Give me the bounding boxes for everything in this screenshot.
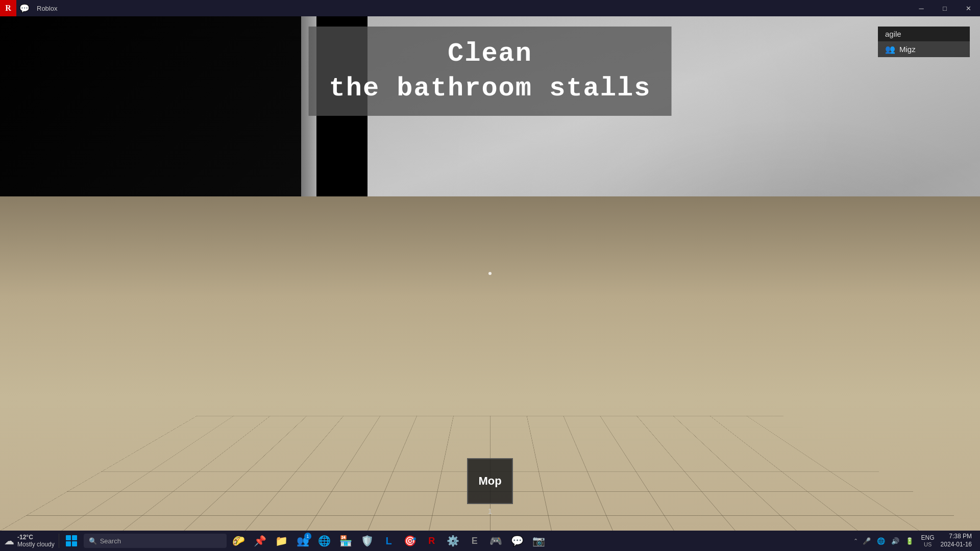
player-name: Migz xyxy=(899,45,916,54)
item-label: Mop xyxy=(478,474,501,488)
l-icon: L xyxy=(386,535,392,547)
titlebar: R 💬 Roblox ─ □ ✕ xyxy=(0,0,980,16)
search-icon: 🔍 xyxy=(89,537,97,545)
lang-region[interactable]: ENG US xyxy=(918,534,938,547)
steam-icon: 🎮 xyxy=(489,535,502,547)
taskbar-icon-files[interactable]: 📁 xyxy=(272,531,292,551)
weather-icon: ☁ xyxy=(4,535,14,547)
chat2-icon: 💬 xyxy=(511,535,524,547)
roblox-icon: R xyxy=(0,0,16,16)
chat-button[interactable]: 💬 xyxy=(16,0,33,16)
taskbar-icon-store[interactable]: 🏪 xyxy=(336,531,356,551)
weather-info: -12°C Mostly cloudy xyxy=(17,534,55,548)
taskbar-icon-chat[interactable]: 💬 xyxy=(507,531,528,551)
players-panel: agile 👥 Migz xyxy=(878,27,970,57)
weather-widget[interactable]: ☁ -12°C Mostly cloudy xyxy=(0,534,59,548)
store-icon: 🏪 xyxy=(339,535,352,547)
search-bar[interactable]: 🔍 Search xyxy=(84,534,227,548)
player-row: 👥 Migz xyxy=(878,41,970,57)
search-placeholder: Search xyxy=(100,537,121,545)
taskbar-icon-l[interactable]: L xyxy=(379,531,399,551)
food-icon: 🌮 xyxy=(232,535,245,547)
item-slot[interactable]: Mop xyxy=(467,458,513,504)
taskbar-icon-teams[interactable]: 👥 1 xyxy=(293,531,313,551)
taskbar-icon-epic[interactable]: E xyxy=(464,531,485,551)
teams-badge: 1 xyxy=(304,533,311,540)
app2-icon: R xyxy=(428,536,435,546)
taskbar: ☁ -12°C Mostly cloudy 🔍 Search 🌮 📌 📁 xyxy=(0,531,980,551)
taskbar-icon-photo[interactable]: 📷 xyxy=(529,531,549,551)
weather-desc: Mostly cloudy xyxy=(17,541,55,548)
taskbar-icon-steam[interactable]: 🎮 xyxy=(486,531,506,551)
game-viewport[interactable]: Clean the bathroom stalls agile 👥 Migz M… xyxy=(0,16,980,531)
player-icon: 👥 xyxy=(885,44,895,54)
security-icon: 🛡️ xyxy=(361,535,374,547)
settings-icon: ⚙️ xyxy=(447,535,459,547)
players-header: agile xyxy=(878,27,970,41)
start-button[interactable] xyxy=(59,531,84,551)
close-button[interactable]: ✕ xyxy=(957,0,980,16)
clock-time: 7:38 PM xyxy=(949,533,972,541)
epic-icon: E xyxy=(472,536,478,546)
chat-icon: 💬 xyxy=(19,4,30,13)
browser-icon: 🌐 xyxy=(318,535,331,547)
taskbar-icon-food[interactable]: 🌮 xyxy=(229,531,249,551)
taskbar-icon-app2[interactable]: R xyxy=(422,531,442,551)
battery-icon[interactable]: 🔋 xyxy=(904,537,915,545)
network-icon[interactable]: 🌐 xyxy=(875,537,887,545)
taskbar-icon-security[interactable]: 🛡️ xyxy=(357,531,378,551)
task-text: Clean the bathroom stalls xyxy=(329,37,651,106)
task-line1: Clean xyxy=(448,39,532,69)
photo-icon: 📷 xyxy=(532,535,545,547)
crosshair xyxy=(488,272,492,275)
task-line2: the bathroom stalls xyxy=(329,73,651,104)
weather-temp: -12°C xyxy=(17,534,55,541)
volume-icon[interactable]: 🔊 xyxy=(890,537,901,545)
window-title: Roblox xyxy=(33,5,910,12)
maximize-button[interactable]: □ xyxy=(933,0,957,16)
taskbar-icon-browser[interactable]: 🌐 xyxy=(314,531,335,551)
clock-date: 2024-01-16 xyxy=(941,541,972,549)
win-logo-q3 xyxy=(66,541,71,546)
taskbar-app-icons: 🌮 📌 📁 👥 1 🌐 🏪 🛡️ L xyxy=(229,531,549,551)
tray-expand-icon[interactable]: ⌃ xyxy=(853,538,858,544)
system-clock[interactable]: 7:38 PM 2024-01-16 xyxy=(941,533,976,548)
window-controls: ─ □ ✕ xyxy=(910,0,980,16)
win-logo-q2 xyxy=(72,535,77,540)
taskbar-icon-pin[interactable]: 📌 xyxy=(250,531,271,551)
lang-label: ENG xyxy=(921,534,935,541)
windows-logo xyxy=(66,535,77,546)
pin-icon: 📌 xyxy=(254,535,266,547)
roblox-logo: R xyxy=(5,4,11,13)
win-logo-q4 xyxy=(72,541,77,546)
game-scene: Clean the bathroom stalls agile 👥 Migz M… xyxy=(0,16,980,531)
task-overlay: Clean the bathroom stalls xyxy=(309,27,672,116)
app1-icon: 🎯 xyxy=(404,535,416,547)
item-bar: Mop 1 xyxy=(467,458,513,515)
taskbar-icon-app1[interactable]: 🎯 xyxy=(400,531,421,551)
taskbar-icon-settings[interactable]: ⚙️ xyxy=(443,531,463,551)
system-tray: ⌃ 🎤 🌐 🔊 🔋 ENG US 7:38 PM 2024-01-16 xyxy=(853,533,980,548)
win-logo-q1 xyxy=(66,535,71,540)
files-icon: 📁 xyxy=(275,535,288,547)
region-label: US xyxy=(924,541,932,547)
item-slot-number: 1 xyxy=(488,507,492,515)
minimize-button[interactable]: ─ xyxy=(910,0,933,16)
mic-icon[interactable]: 🎤 xyxy=(861,537,872,545)
